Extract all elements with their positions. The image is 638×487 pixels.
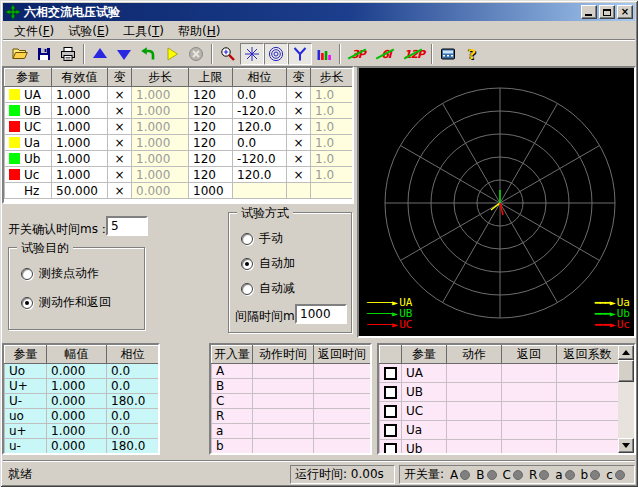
switch-indicator: B (476, 468, 496, 482)
vary-toggle-cell[interactable]: × (108, 87, 132, 103)
radio-auto-decrease[interactable]: 自动减 (241, 280, 295, 297)
maximize-button[interactable] (599, 5, 615, 19)
param-header-row: 参量 有效值 变 步长 上限 相位 变 步长 (5, 69, 353, 87)
menu-file[interactable]: 文件(F) (7, 22, 61, 41)
rms-cell[interactable]: 1.000 (52, 151, 108, 167)
open-button[interactable] (8, 43, 32, 65)
interval-input[interactable]: 1000 (295, 304, 347, 324)
calculator-button[interactable] (436, 43, 460, 65)
radio-manual[interactable]: 手动 (241, 230, 283, 247)
rms-cell[interactable]: 1.000 (52, 103, 108, 119)
menu-test[interactable]: 试验(E) (61, 22, 116, 41)
step-cell[interactable]: 1.000 (132, 167, 189, 183)
radio-checked-icon[interactable] (21, 297, 33, 309)
rms-cell[interactable]: 1.000 (52, 167, 108, 183)
phase-cell[interactable]: 0.0 (233, 135, 287, 151)
raise-button[interactable] (88, 43, 112, 65)
radio-checked-icon[interactable] (241, 258, 253, 270)
checkbox[interactable] (384, 367, 397, 380)
limit-cell[interactable]: 120 (189, 167, 233, 183)
step-cell[interactable]: 1.0 (311, 119, 353, 135)
radio-action-return[interactable]: 测动作和返回 (21, 294, 111, 311)
amp-cell: 0.000 (47, 409, 107, 424)
stop-button[interactable] (184, 43, 208, 65)
six-current-button[interactable]: 6I (372, 43, 400, 65)
vary-toggle-cell[interactable]: × (287, 103, 311, 119)
radio-auto-increase[interactable]: 自动加 (241, 255, 295, 272)
vertical-scrollbar[interactable] (618, 345, 634, 453)
switch-confirm-input[interactable]: 5 (106, 216, 148, 236)
vary-toggle-cell[interactable]: × (108, 151, 132, 167)
step-cell[interactable]: 1.0 (311, 151, 353, 167)
vary-toggle-cell[interactable]: × (108, 135, 132, 151)
vary-toggle-cell[interactable]: × (108, 183, 132, 199)
step-cell[interactable]: 1.000 (132, 151, 189, 167)
down-arrow-icon (622, 443, 630, 448)
radio-icon[interactable] (241, 233, 253, 245)
vary-toggle-cell[interactable] (287, 183, 311, 199)
radio-contact-action[interactable]: 测接点动作 (21, 265, 99, 282)
close-button[interactable]: × (617, 5, 633, 19)
menu-help[interactable]: 帮助(H) (171, 22, 227, 41)
limit-cell[interactable]: 120 (189, 103, 233, 119)
vary-toggle-cell[interactable]: × (287, 151, 311, 167)
step-cell[interactable]: 0.000 (132, 183, 189, 199)
step-cell[interactable]: 1.000 (132, 135, 189, 151)
zoom-button[interactable] (216, 43, 240, 65)
checkbox[interactable] (384, 386, 397, 399)
vary-toggle-cell[interactable]: × (287, 119, 311, 135)
limit-cell[interactable]: 1000 (189, 183, 233, 199)
vary-toggle-cell[interactable]: × (108, 167, 132, 183)
phase-cell[interactable]: 120.0 (233, 167, 287, 183)
limit-cell[interactable]: 120 (189, 119, 233, 135)
checkbox[interactable] (384, 443, 397, 455)
checkbox[interactable] (384, 424, 397, 437)
limit-cell[interactable]: 120 (189, 151, 233, 167)
step-cell[interactable]: 1.0 (311, 103, 353, 119)
rms-cell[interactable]: 50.000 (52, 183, 108, 199)
radio-icon[interactable] (241, 283, 253, 295)
radio-icon[interactable] (21, 268, 33, 280)
table-row: Hz 50.000 × 0.000 1000 (5, 183, 353, 199)
step-cell[interactable]: 1.0 (311, 135, 353, 151)
rms-cell[interactable]: 1.000 (52, 87, 108, 103)
scroll-down-button[interactable] (618, 438, 634, 453)
reset-button[interactable] (136, 43, 160, 65)
polar-view-button[interactable] (264, 43, 288, 65)
vary-toggle-cell[interactable]: × (108, 103, 132, 119)
bar-chart-button[interactable] (312, 43, 336, 65)
scroll-thumb[interactable] (618, 360, 634, 382)
y-diagram-button[interactable] (288, 43, 312, 65)
rms-cell[interactable]: 1.000 (52, 119, 108, 135)
step-cell[interactable] (311, 183, 353, 199)
three-phase-button[interactable]: 3P (344, 43, 372, 65)
start-button[interactable] (160, 43, 184, 65)
vary-toggle-cell[interactable]: × (108, 119, 132, 135)
checkbox[interactable] (384, 405, 397, 418)
rms-cell[interactable]: 1.000 (52, 135, 108, 151)
twelve-phase-button[interactable]: 12P (400, 43, 428, 65)
phase-cell[interactable]: 120.0 (233, 119, 287, 135)
lower-button[interactable] (112, 43, 136, 65)
vary-toggle-cell[interactable]: × (287, 167, 311, 183)
scroll-up-button[interactable] (618, 345, 634, 360)
save-button[interactable] (32, 43, 56, 65)
minimize-button[interactable] (581, 5, 597, 19)
help-button[interactable]: ? (460, 43, 484, 65)
vary-toggle-cell[interactable]: × (287, 87, 311, 103)
vary-toggle-cell[interactable]: × (287, 135, 311, 151)
step-cell[interactable]: 1.000 (132, 119, 189, 135)
limit-cell[interactable]: 120 (189, 87, 233, 103)
step-cell[interactable]: 1.000 (132, 103, 189, 119)
phase-cell[interactable] (233, 183, 287, 199)
menu-tools[interactable]: 工具(T) (116, 22, 171, 41)
phase-cell[interactable]: 0.0 (233, 87, 287, 103)
phase-cell[interactable]: -120.0 (233, 151, 287, 167)
step-cell[interactable]: 1.000 (132, 87, 189, 103)
phase-cell[interactable]: -120.0 (233, 103, 287, 119)
vector-view-button[interactable] (240, 43, 264, 65)
step-cell[interactable]: 1.0 (311, 167, 353, 183)
limit-cell[interactable]: 120 (189, 135, 233, 151)
step-cell[interactable]: 1.0 (311, 87, 353, 103)
print-button[interactable] (56, 43, 80, 65)
